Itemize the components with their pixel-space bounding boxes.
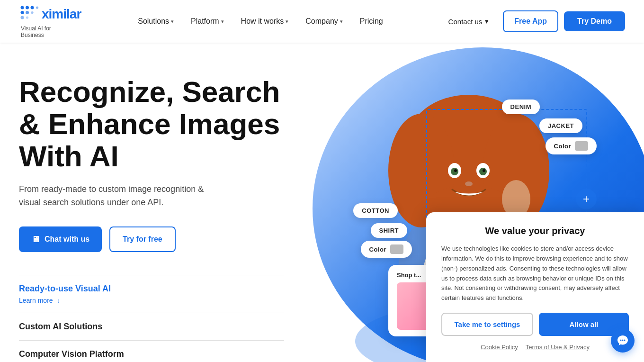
label-shirt: SHIRT: [371, 223, 408, 238]
cookie-links: Cookie Policy Terms of Use & Privacy: [441, 344, 629, 351]
label-jacket: JACKET: [539, 118, 582, 133]
accordion-title-ready: Ready-to-use Visual AI: [19, 284, 284, 294]
terms-privacy-link[interactable]: Terms of Use & Privacy: [526, 344, 590, 351]
svg-point-0: [21, 6, 24, 9]
nav-links: Solutions ▾ Platform ▾ How it works ▾ Co…: [131, 13, 389, 29]
svg-point-4: [21, 11, 24, 14]
nav-item-company[interactable]: Company ▾: [299, 13, 349, 29]
nav-item-pricing[interactable]: Pricing: [353, 13, 390, 29]
accordion-item-ready[interactable]: Ready-to-use Visual AI Learn more ↓: [19, 275, 284, 313]
svg-point-27: [622, 340, 624, 341]
svg-point-26: [620, 340, 622, 341]
chat-bubble-button[interactable]: [611, 329, 635, 353]
add-detection-icon[interactable]: +: [576, 189, 597, 209]
free-app-button[interactable]: Free App: [503, 10, 558, 32]
cookie-title: We value your privacy: [441, 226, 629, 236]
svg-point-8: [26, 16, 28, 18]
accordion-title-custom: Custom AI Solutions: [19, 322, 284, 332]
nav-actions: Contact us ▾ Free App Try Demo: [440, 10, 625, 32]
logo-icon: [19, 4, 39, 24]
chevron-down-icon: ▾: [221, 18, 224, 25]
color-swatch-1: [575, 141, 588, 151]
try-for-free-button[interactable]: Try for free: [109, 226, 176, 252]
hero-subtitle: From ready-made to custom image recognit…: [19, 182, 227, 210]
color-swatch-2: [390, 244, 403, 254]
accordion-title-platform: Computer Vision Platform: [19, 349, 284, 359]
cookie-settings-button[interactable]: Take me to settings: [441, 313, 533, 336]
accordion-item-platform[interactable]: Computer Vision Platform: [19, 341, 284, 362]
accordion: Ready-to-use Visual AI Learn more ↓ Cust…: [19, 275, 284, 362]
svg-point-3: [36, 6, 38, 9]
hero-buttons: 🖥 Chat with us Try for free: [19, 226, 284, 252]
logo-subtitle: Visual AI forBusiness: [19, 25, 81, 38]
cookie-buttons: Take me to settings Allow all: [441, 313, 629, 336]
nav-item-solutions[interactable]: Solutions ▾: [131, 13, 180, 29]
nav-item-platform[interactable]: Platform ▾: [184, 13, 231, 29]
chevron-down-icon: ▾: [340, 18, 343, 25]
chevron-down-icon: ▾: [485, 17, 489, 26]
label-color1: Color: [546, 137, 597, 154]
svg-point-7: [21, 16, 24, 19]
try-demo-button[interactable]: Try Demo: [564, 11, 625, 31]
svg-point-2: [31, 6, 34, 9]
label-denim: DENIM: [502, 100, 540, 114]
learn-more-link[interactable]: Learn more: [19, 297, 53, 304]
hero-content: Recognize, Search & Enhance Images With …: [19, 62, 284, 362]
nav-item-how-it-works[interactable]: How it works ▾: [234, 13, 295, 29]
hero-title: Recognize, Search & Enhance Images With …: [19, 76, 284, 173]
svg-point-5: [26, 11, 29, 14]
label-cotton: COTTON: [353, 203, 398, 218]
chevron-down-icon: ▾: [171, 18, 174, 25]
cookie-text: We use technologies like cookies to stor…: [441, 244, 629, 303]
label-color2: Color: [361, 241, 412, 258]
svg-point-28: [624, 340, 626, 341]
navbar: ximilar Visual AI forBusiness Solutions …: [0, 0, 644, 43]
chat-icon: 🖥: [31, 235, 40, 244]
svg-point-6: [31, 11, 33, 14]
accordion-subtitle-ready: Learn more ↓: [19, 297, 284, 304]
chat-bubble-icon: [617, 335, 629, 347]
accordion-item-custom[interactable]: Custom AI Solutions: [19, 313, 284, 341]
chevron-down-icon: ▾: [286, 18, 288, 25]
contact-us-button[interactable]: Contact us ▾: [440, 12, 498, 30]
chat-with-us-button[interactable]: 🖥 Chat with us: [19, 226, 102, 252]
cookie-policy-link[interactable]: Cookie Policy: [481, 344, 518, 351]
logo[interactable]: ximilar Visual AI forBusiness: [19, 4, 81, 38]
svg-point-1: [26, 6, 29, 9]
logo-text: ximilar: [42, 7, 81, 22]
arrow-down-icon: ↓: [57, 297, 60, 304]
